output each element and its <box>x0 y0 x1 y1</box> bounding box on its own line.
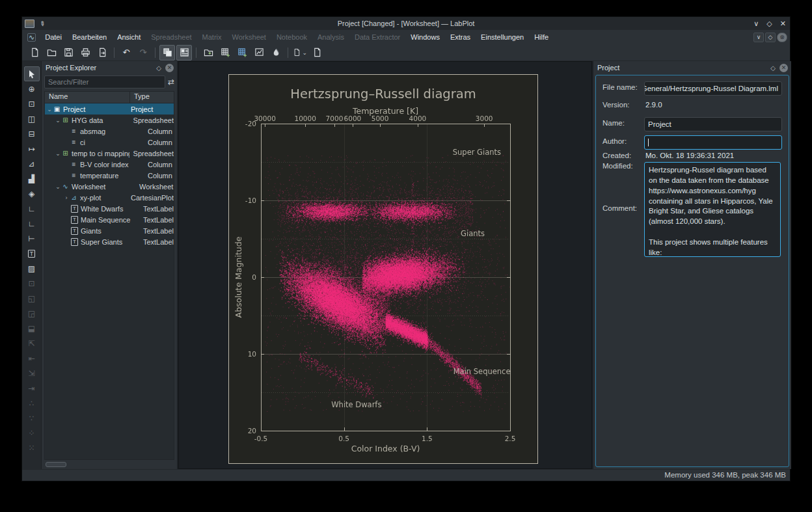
expander-icon[interactable]: › <box>63 195 70 201</box>
toggle-properties-explorer-button[interactable] <box>176 45 192 61</box>
comment-textarea[interactable]: Hertzsprung-Russel diagram based on the … <box>644 162 781 257</box>
minimize-button[interactable]: ∨ <box>753 20 759 28</box>
spreadsheet-icon: ⊞ <box>61 150 70 157</box>
column-header-name[interactable]: Name <box>45 92 130 103</box>
maximize-button[interactable]: ◇ <box>766 20 772 28</box>
menu-hilfe[interactable]: Hilfe <box>529 33 554 41</box>
plot-icon: ⊿ <box>70 194 78 201</box>
search-input[interactable]: Search/Filter <box>44 75 165 88</box>
mdi-close-button[interactable]: ⊗ <box>777 33 787 42</box>
print-button[interactable] <box>77 45 93 61</box>
tree-row-xy-plot[interactable]: ›⊿xy-plotCartesianPlot <box>45 192 174 203</box>
menu-einstellungen[interactable]: Einstellungen <box>476 33 529 41</box>
tool-add-plot[interactable]: ⊿ <box>24 156 40 171</box>
column-icon: ≡ <box>70 139 78 146</box>
x2-tick-label: 10000 <box>294 115 316 122</box>
save-project-button[interactable] <box>61 45 76 61</box>
expander-icon[interactable]: ⌄ <box>46 106 53 113</box>
menu-worksheet: Worksheet <box>227 33 271 41</box>
expander-icon[interactable]: ⌄ <box>55 183 61 190</box>
tool-shift-left: ⇥ <box>24 381 40 396</box>
labplot-window: ✎ Project [Changed] - [Worksheet] — LabP… <box>21 16 791 481</box>
item-name: absmag <box>80 128 105 135</box>
item-type: Column <box>144 139 174 146</box>
template-save-button[interactable] <box>309 45 325 61</box>
properties-dock: Project ◇ ✕ File name: lot/data/examples… <box>592 61 791 469</box>
tree-row-worksheet[interactable]: ⌄∿WorksheetWorksheet <box>45 181 174 192</box>
tool-add-histogram[interactable]: ▟ <box>24 171 40 186</box>
item-name: xy-plot <box>80 194 101 202</box>
pin-icon[interactable]: ✎ <box>38 19 46 28</box>
tool-crosshair[interactable]: ⊕ <box>24 81 40 96</box>
add-folder-button[interactable] <box>200 45 216 61</box>
menu-ansicht[interactable]: Ansicht <box>112 33 146 41</box>
y-tick-label: 10 <box>248 350 256 358</box>
worksheet-toolbar: ⊕⊡◫⊟↦⊿▟◈∟∟⊢T▨⊡◱◲⬓⇱⇤⇲⇥∴∵⁘⁙ <box>22 61 42 469</box>
tool-add-axis-3[interactable]: ⊢ <box>24 231 40 246</box>
properties-title: Project <box>597 64 619 72</box>
mdi-minimize-button[interactable]: ∨ <box>753 33 764 42</box>
tool-add-axis-2[interactable]: ∟ <box>24 216 40 231</box>
filter-options-icon[interactable]: ⇄ <box>168 77 174 87</box>
statusbar: Memory used 346 MB, peak 346 MB <box>22 469 790 481</box>
menu-datei[interactable]: Datei <box>40 33 67 41</box>
toggle-project-explorer-button[interactable] <box>159 45 175 61</box>
expander-icon[interactable]: ⌄ <box>55 150 61 157</box>
tree-row-temperature[interactable]: ≡temperatureColumn <box>45 170 174 181</box>
y-tick-label: 20 <box>248 427 256 435</box>
close-dock-icon[interactable]: ✕ <box>779 64 788 72</box>
tree-row-temp-to-ci-mapping[interactable]: ⌄⊞temp to ci mappingSpreadsheet <box>45 148 174 159</box>
tool-shift-range[interactable]: ↦ <box>24 141 40 156</box>
tool-add-axis-1[interactable]: ∟ <box>24 201 40 216</box>
tool-zoom-fit: ◲ <box>24 306 40 321</box>
add-matrix-button[interactable] <box>234 45 250 61</box>
tool-add-text-label[interactable]: T <box>24 246 40 261</box>
expander-icon[interactable]: ⌄ <box>55 117 61 124</box>
xy-plot-canvas[interactable] <box>229 75 537 463</box>
tree-row-absmag[interactable]: ≡absmagColumn <box>45 126 174 137</box>
menu-extras[interactable]: Extras <box>445 33 476 41</box>
add-spreadsheet-button[interactable] <box>217 45 233 61</box>
close-button[interactable]: ✕ <box>780 20 786 28</box>
tree-row-giants[interactable]: TGiantsTextLabel <box>45 225 174 236</box>
tool-select[interactable] <box>24 66 40 81</box>
menu-bearbeiten[interactable]: Bearbeiten <box>67 33 112 41</box>
tool-zoom-x-select[interactable]: ◫ <box>24 111 40 126</box>
tree-row-b-v-color-index[interactable]: ≡B-V color indexColumn <box>45 159 174 170</box>
tree-row-ci[interactable]: ≡ciColumn <box>45 137 174 148</box>
item-name: Main Sequence <box>81 216 130 224</box>
close-dock-icon[interactable]: ✕ <box>165 64 174 72</box>
x-tick-label: 1.5 <box>422 435 433 442</box>
float-dock-icon[interactable]: ◇ <box>156 64 161 72</box>
name-input[interactable]: Project <box>644 117 782 131</box>
export-button[interactable] <box>94 45 110 61</box>
file-name-input[interactable]: lot/data/examples/General/Hertzsprung-Ru… <box>644 81 782 96</box>
tree-row-project[interactable]: ⌄▣ProjectProject <box>45 103 174 115</box>
annotation-main-sequence: Main Sequence <box>453 367 511 376</box>
tree-row-super-giants[interactable]: TSuper GiantsTextLabel <box>45 236 174 247</box>
new-project-button[interactable] <box>27 45 42 61</box>
undo-button[interactable]: ↶ <box>118 45 134 61</box>
menu-windows[interactable]: Windows <box>405 33 445 41</box>
author-input[interactable] <box>644 135 782 150</box>
tree-row-main-sequence[interactable]: TMain SequenceTextLabel <box>45 214 174 225</box>
new-from-template-button[interactable]: ⌄ <box>292 45 308 61</box>
item-name: B-V color index <box>80 161 129 168</box>
modified-label: Modified: <box>602 162 633 170</box>
tool-add-image[interactable]: ▨ <box>24 261 40 276</box>
author-label: Author: <box>602 137 627 145</box>
tree-row-hyg-data[interactable]: ⌄⊞HYG dataSpreadsheet <box>45 115 174 126</box>
column-header-type[interactable]: Type <box>130 92 154 103</box>
color-theme-button[interactable] <box>268 45 284 61</box>
mdi-restore-button[interactable]: ◇ <box>765 33 776 42</box>
add-worksheet-button[interactable] <box>251 45 267 61</box>
y-axis-label: Absolute Magnitude <box>234 237 243 318</box>
tree-row-white-dwarfs[interactable]: TWhite DwarfsTextLabel <box>45 203 174 214</box>
column-icon: ≡ <box>70 128 78 135</box>
horizontal-scrollbar[interactable] <box>46 462 66 467</box>
tool-zoom-y-select[interactable]: ⊟ <box>24 126 40 141</box>
float-dock-icon[interactable]: ◇ <box>770 64 776 72</box>
open-project-button[interactable] <box>44 45 59 61</box>
tool-add-fit[interactable]: ◈ <box>24 186 40 201</box>
tool-zoom-select[interactable]: ⊡ <box>24 96 40 111</box>
